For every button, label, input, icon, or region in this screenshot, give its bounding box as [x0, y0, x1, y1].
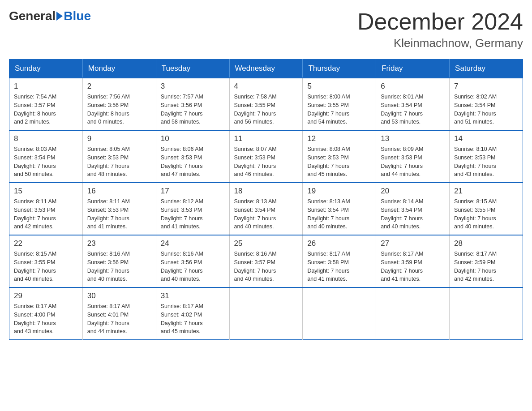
day-number: 23	[87, 239, 151, 248]
day-info: Sunrise: 8:17 AMSunset: 4:01 PMDaylight:…	[87, 302, 151, 336]
calendar-cell	[376, 287, 450, 340]
day-info: Sunrise: 8:12 AMSunset: 3:53 PMDaylight:…	[161, 197, 225, 231]
col-tuesday: Tuesday	[156, 60, 229, 78]
day-info: Sunrise: 8:01 AMSunset: 3:54 PMDaylight:…	[381, 93, 445, 126]
calendar-cell: 20 Sunrise: 8:14 AMSunset: 3:54 PMDaylig…	[376, 183, 450, 235]
calendar-cell	[229, 287, 303, 340]
day-info: Sunrise: 8:17 AMSunset: 3:58 PMDaylight:…	[307, 250, 371, 283]
logo-arrow-icon	[56, 12, 63, 21]
day-number: 13	[381, 134, 445, 143]
day-number: 30	[87, 291, 151, 300]
day-number: 4	[234, 82, 298, 91]
calendar-cell: 27 Sunrise: 8:17 AMSunset: 3:59 PMDaylig…	[376, 235, 450, 287]
col-sunday: Sunday	[9, 60, 83, 78]
day-number: 14	[454, 134, 518, 143]
calendar-cell: 6 Sunrise: 8:01 AMSunset: 3:54 PMDayligh…	[376, 78, 450, 130]
page-header: General Blue December 2024 Kleinmachnow,…	[9, 9, 523, 50]
logo-blue-text: Blue	[64, 9, 91, 23]
col-friday: Friday	[376, 60, 450, 78]
logo-general-text: General	[9, 9, 56, 23]
day-number: 16	[87, 187, 151, 196]
day-number: 29	[14, 291, 78, 300]
day-info: Sunrise: 8:17 AMSunset: 3:59 PMDaylight:…	[381, 250, 445, 283]
day-number: 22	[14, 239, 78, 248]
calendar-cell: 4 Sunrise: 7:58 AMSunset: 3:55 PMDayligh…	[229, 78, 303, 130]
col-wednesday: Wednesday	[229, 60, 303, 78]
day-info: Sunrise: 8:17 AMSunset: 4:02 PMDaylight:…	[161, 302, 225, 336]
day-info: Sunrise: 8:17 AMSunset: 3:59 PMDaylight:…	[454, 250, 518, 283]
day-number: 10	[161, 134, 225, 143]
day-number: 5	[307, 82, 371, 91]
day-info: Sunrise: 8:00 AMSunset: 3:55 PMDaylight:…	[307, 93, 371, 126]
day-info: Sunrise: 8:15 AMSunset: 3:55 PMDaylight:…	[14, 250, 78, 283]
calendar-week-4: 22 Sunrise: 8:15 AMSunset: 3:55 PMDaylig…	[9, 235, 523, 287]
logo: General Blue	[9, 9, 91, 23]
calendar-week-5: 29 Sunrise: 8:17 AMSunset: 4:00 PMDaylig…	[9, 287, 523, 340]
day-number: 12	[307, 134, 371, 143]
location-subtitle: Kleinmachnow, Germany	[357, 36, 523, 50]
day-info: Sunrise: 7:58 AMSunset: 3:55 PMDaylight:…	[234, 93, 298, 126]
calendar-cell: 19 Sunrise: 8:13 AMSunset: 3:54 PMDaylig…	[303, 183, 376, 235]
calendar-cell	[450, 287, 523, 340]
calendar-table: Sunday Monday Tuesday Wednesday Thursday…	[9, 59, 523, 340]
day-number: 1	[14, 82, 78, 91]
calendar-cell: 17 Sunrise: 8:12 AMSunset: 3:53 PMDaylig…	[156, 183, 229, 235]
calendar-cell: 22 Sunrise: 8:15 AMSunset: 3:55 PMDaylig…	[9, 235, 83, 287]
calendar-cell: 29 Sunrise: 8:17 AMSunset: 4:00 PMDaylig…	[9, 287, 83, 340]
day-info: Sunrise: 8:16 AMSunset: 3:56 PMDaylight:…	[161, 250, 225, 283]
day-info: Sunrise: 7:57 AMSunset: 3:56 PMDaylight:…	[161, 93, 225, 126]
calendar-header-row: Sunday Monday Tuesday Wednesday Thursday…	[9, 60, 523, 78]
calendar-cell: 13 Sunrise: 8:09 AMSunset: 3:53 PMDaylig…	[376, 130, 450, 183]
day-info: Sunrise: 8:09 AMSunset: 3:53 PMDaylight:…	[381, 145, 445, 179]
day-info: Sunrise: 8:14 AMSunset: 3:54 PMDaylight:…	[381, 197, 445, 231]
calendar-cell: 23 Sunrise: 8:16 AMSunset: 3:56 PMDaylig…	[82, 235, 156, 287]
calendar-cell: 9 Sunrise: 8:05 AMSunset: 3:53 PMDayligh…	[82, 130, 156, 183]
day-info: Sunrise: 8:16 AMSunset: 3:56 PMDaylight:…	[87, 250, 151, 283]
calendar-week-1: 1 Sunrise: 7:54 AMSunset: 3:57 PMDayligh…	[9, 78, 523, 130]
calendar-cell: 16 Sunrise: 8:11 AMSunset: 3:53 PMDaylig…	[82, 183, 156, 235]
day-info: Sunrise: 7:54 AMSunset: 3:57 PMDaylight:…	[14, 93, 78, 126]
day-number: 6	[381, 82, 445, 91]
day-info: Sunrise: 8:13 AMSunset: 3:54 PMDaylight:…	[234, 197, 298, 231]
calendar-cell: 1 Sunrise: 7:54 AMSunset: 3:57 PMDayligh…	[9, 78, 83, 130]
day-number: 17	[161, 187, 225, 196]
col-monday: Monday	[82, 60, 156, 78]
day-number: 9	[87, 134, 151, 143]
day-info: Sunrise: 8:16 AMSunset: 3:57 PMDaylight:…	[234, 250, 298, 283]
day-info: Sunrise: 8:02 AMSunset: 3:54 PMDaylight:…	[454, 93, 518, 126]
calendar-cell	[303, 287, 376, 340]
calendar-cell: 8 Sunrise: 8:03 AMSunset: 3:54 PMDayligh…	[9, 130, 83, 183]
calendar-cell: 3 Sunrise: 7:57 AMSunset: 3:56 PMDayligh…	[156, 78, 229, 130]
col-saturday: Saturday	[450, 60, 523, 78]
calendar-week-2: 8 Sunrise: 8:03 AMSunset: 3:54 PMDayligh…	[9, 130, 523, 183]
day-number: 25	[234, 239, 298, 248]
day-info: Sunrise: 8:11 AMSunset: 3:53 PMDaylight:…	[14, 197, 78, 231]
day-info: Sunrise: 8:10 AMSunset: 3:53 PMDaylight:…	[454, 145, 518, 179]
calendar-cell: 12 Sunrise: 8:08 AMSunset: 3:53 PMDaylig…	[303, 130, 376, 183]
day-number: 3	[161, 82, 225, 91]
calendar-cell: 25 Sunrise: 8:16 AMSunset: 3:57 PMDaylig…	[229, 235, 303, 287]
day-number: 7	[454, 82, 518, 91]
calendar-cell: 7 Sunrise: 8:02 AMSunset: 3:54 PMDayligh…	[450, 78, 523, 130]
day-info: Sunrise: 8:06 AMSunset: 3:53 PMDaylight:…	[161, 145, 225, 179]
calendar-cell: 26 Sunrise: 8:17 AMSunset: 3:58 PMDaylig…	[303, 235, 376, 287]
day-info: Sunrise: 8:03 AMSunset: 3:54 PMDaylight:…	[14, 145, 78, 179]
calendar-cell: 30 Sunrise: 8:17 AMSunset: 4:01 PMDaylig…	[82, 287, 156, 340]
day-info: Sunrise: 8:11 AMSunset: 3:53 PMDaylight:…	[87, 197, 151, 231]
title-section: December 2024 Kleinmachnow, Germany	[357, 9, 523, 50]
day-number: 31	[161, 291, 225, 300]
calendar-cell: 2 Sunrise: 7:56 AMSunset: 3:56 PMDayligh…	[82, 78, 156, 130]
calendar-cell: 14 Sunrise: 8:10 AMSunset: 3:53 PMDaylig…	[450, 130, 523, 183]
day-number: 15	[14, 187, 78, 196]
day-number: 28	[454, 239, 518, 248]
day-number: 26	[307, 239, 371, 248]
calendar-cell: 24 Sunrise: 8:16 AMSunset: 3:56 PMDaylig…	[156, 235, 229, 287]
day-number: 11	[234, 134, 298, 143]
calendar-cell: 11 Sunrise: 8:07 AMSunset: 3:53 PMDaylig…	[229, 130, 303, 183]
day-number: 18	[234, 187, 298, 196]
calendar-cell: 28 Sunrise: 8:17 AMSunset: 3:59 PMDaylig…	[450, 235, 523, 287]
col-thursday: Thursday	[303, 60, 376, 78]
day-info: Sunrise: 8:17 AMSunset: 4:00 PMDaylight:…	[14, 302, 78, 336]
calendar-cell: 15 Sunrise: 8:11 AMSunset: 3:53 PMDaylig…	[9, 183, 83, 235]
day-info: Sunrise: 8:05 AMSunset: 3:53 PMDaylight:…	[87, 145, 151, 179]
